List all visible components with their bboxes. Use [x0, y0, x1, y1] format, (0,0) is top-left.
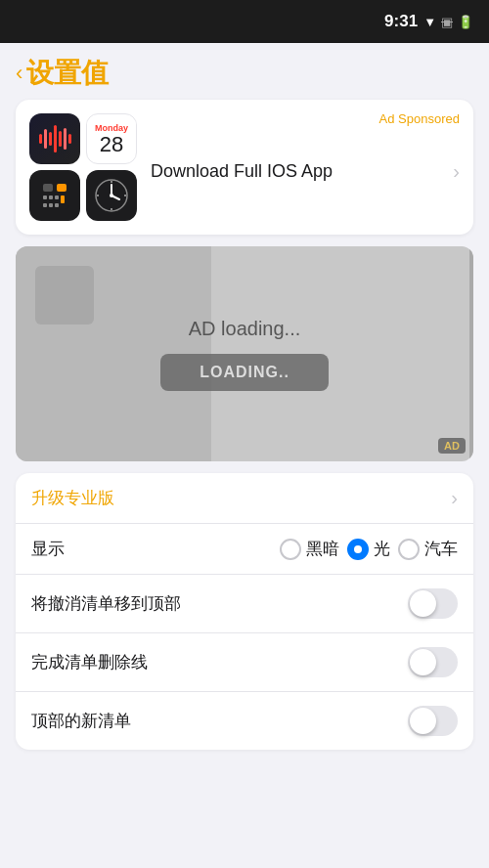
svg-rect-9 — [55, 203, 59, 207]
app-icons-grid: Monday 28 — [29, 113, 137, 221]
waveform-icon — [33, 121, 77, 156]
display-radio-group: 黑暗 光 汽车 — [280, 538, 458, 560]
toggle-knob-3 — [410, 708, 436, 734]
display-label: 显示 — [31, 538, 65, 560]
ad-text-area[interactable]: Download Full IOS App › — [151, 160, 460, 183]
ad-badge: AD — [438, 438, 466, 454]
new-list-toggle[interactable] — [408, 706, 458, 736]
app-icon-calendar: Monday 28 — [86, 113, 137, 164]
radio-auto-label: 汽车 — [424, 538, 458, 560]
radio-auto-circle[interactable] — [398, 539, 420, 560]
move-to-top-row: 将撤消清单移到顶部 — [16, 575, 473, 633]
toggle-knob — [410, 590, 436, 617]
move-to-top-label: 将撤消清单移到顶部 — [31, 592, 181, 615]
radio-dark-circle[interactable] — [280, 539, 301, 560]
upgrade-chevron-icon: › — [451, 487, 458, 509]
svg-rect-7 — [43, 203, 47, 207]
ad-loading-text: AD loading... — [189, 318, 301, 340]
strikethrough-row: 完成清单删除线 — [16, 633, 473, 692]
status-time: 9:31 — [384, 12, 418, 31]
svg-rect-6 — [61, 195, 65, 203]
header: ‹ 设置值 — [0, 43, 489, 100]
back-button[interactable]: ‹ 设置值 — [16, 55, 109, 92]
svg-rect-2 — [57, 184, 67, 192]
upgrade-row[interactable]: 升级专业版 › — [16, 473, 473, 524]
radio-light-label: 光 — [374, 538, 390, 560]
move-to-top-toggle[interactable] — [408, 588, 458, 619]
radio-light[interactable]: 光 — [347, 538, 390, 560]
svg-rect-8 — [49, 203, 53, 207]
app-icon-voice — [29, 113, 80, 164]
radio-light-circle[interactable] — [347, 539, 369, 560]
svg-rect-3 — [43, 195, 47, 199]
app-icon-clock — [86, 170, 137, 221]
radio-auto[interactable]: 汽车 — [398, 538, 458, 560]
toggle-knob-2 — [410, 649, 436, 675]
calc-svg-icon — [37, 178, 72, 213]
radio-dark[interactable]: 黑暗 — [280, 538, 339, 560]
scrollbar — [469, 246, 473, 461]
ad-sponsored-label: Ad Sponsored — [379, 111, 460, 126]
svg-rect-5 — [55, 195, 59, 199]
status-icons: ▼ ▣ 🔋 — [423, 15, 473, 29]
new-list-top-row: 顶部的新清单 — [16, 692, 473, 750]
signal-icon: ▣ — [441, 15, 453, 29]
wifi-icon: ▼ — [423, 15, 436, 29]
strikethrough-label: 完成清单删除线 — [31, 651, 148, 673]
ad-download-label: Download Full IOS App — [151, 161, 333, 182]
ad-loading-button[interactable]: LOADING.. — [160, 354, 329, 391]
strikethrough-toggle[interactable] — [408, 647, 458, 677]
page-title: 设置值 — [26, 55, 109, 92]
svg-rect-4 — [49, 195, 53, 199]
svg-rect-1 — [43, 184, 53, 192]
status-bar: 9:31 ▼ ▣ 🔋 — [0, 0, 489, 43]
calendar-date: 28 — [100, 133, 123, 156]
display-row: 显示 黑暗 光 汽车 — [16, 524, 473, 575]
ad-chevron-icon: › — [453, 160, 460, 183]
svg-point-13 — [110, 194, 113, 197]
ad-loading-thumbnail — [35, 266, 94, 325]
app-icon-calc — [29, 170, 80, 221]
settings-section: 升级专业版 › 显示 黑暗 光 汽车 将撤消清单移到顶部 完成清单删除线 — [16, 473, 473, 750]
clock-svg-icon — [92, 176, 131, 215]
back-chevron-icon: ‹ — [16, 63, 22, 84]
upgrade-label: 升级专业版 — [31, 487, 451, 509]
ad-download-button[interactable]: Download Full IOS App › — [151, 160, 460, 183]
ad-loading-area: AD loading... LOADING.. AD — [16, 246, 473, 461]
radio-dark-label: 黑暗 — [306, 538, 339, 560]
new-list-top-label: 顶部的新清单 — [31, 710, 131, 732]
ad-banner-card[interactable]: Ad Sponsored Monday 28 — [16, 100, 473, 235]
battery-icon: 🔋 — [458, 15, 473, 29]
